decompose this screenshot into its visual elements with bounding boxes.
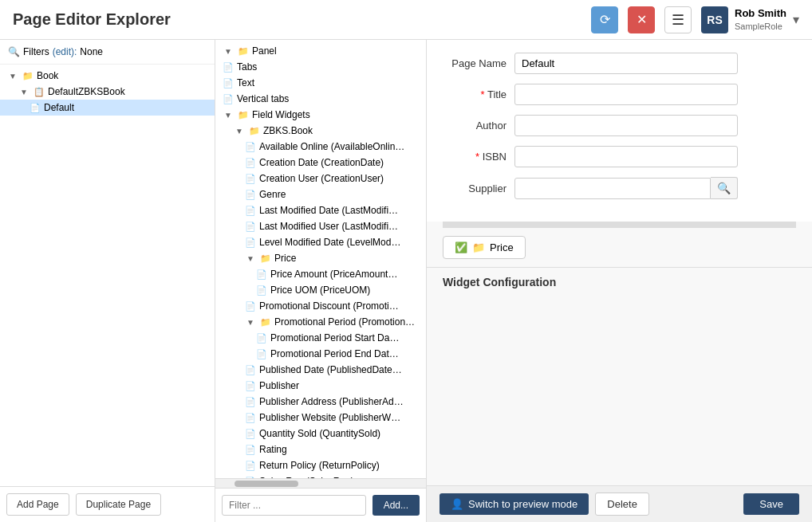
filters-value: None bbox=[80, 46, 103, 57]
check-icon: ✅ bbox=[455, 241, 467, 253]
tree-label: Publisher Website (PublisherW… bbox=[259, 412, 400, 423]
folder-icon: 📁 bbox=[22, 69, 34, 82]
price-tab-label: Price bbox=[490, 241, 514, 253]
tree-item[interactable]: ▼📁ZBKS.Book bbox=[215, 123, 426, 139]
tree-item[interactable]: 📄Price Amount (PriceAmount… bbox=[215, 266, 426, 282]
tree-item[interactable]: 📄Quantity Sold (QuantitySold) bbox=[215, 426, 426, 442]
tree-item[interactable]: 📄Available Online (AvailableOnlin… bbox=[215, 139, 426, 155]
supplier-row: Supplier 🔍 bbox=[443, 177, 796, 199]
tree-item-book[interactable]: ▼ 📁 Book bbox=[0, 68, 215, 84]
tree-item[interactable]: ▼📁Panel bbox=[215, 43, 426, 59]
tree-item[interactable]: 📄Price UOM (PriceUOM) bbox=[215, 282, 426, 298]
isbn-row: ISBN bbox=[443, 146, 796, 167]
menu-button[interactable]: ☰ bbox=[664, 6, 692, 33]
switch-preview-button[interactable]: 👤 Switch to preview mode bbox=[440, 493, 589, 515]
doc-icon: 📄 bbox=[244, 220, 257, 233]
filters-edit-link[interactable]: (edit): bbox=[53, 46, 77, 57]
filters-bar: 🔍 Filters (edit): None bbox=[0, 40, 215, 65]
left-tree: ▼ 📁 Book ▼ 📋 DefaultZBKSBook 📄 Default bbox=[0, 65, 215, 486]
tree-label: ZBKS.Book bbox=[263, 125, 313, 136]
left-panel: 🔍 Filters (edit): None ▼ 📁 Book ▼ 📋 Defa… bbox=[0, 40, 215, 522]
tree-item[interactable]: 📄Creation Date (CreationDate) bbox=[215, 155, 426, 171]
tree-label: Publisher Address (PublisherAd… bbox=[259, 396, 404, 407]
widget-config-section: Widget Configuration bbox=[427, 267, 812, 296]
doc-icon: 📄 bbox=[244, 300, 257, 312]
doc-icon: 📄 bbox=[222, 77, 235, 89]
expand-icon: ▼ bbox=[222, 45, 235, 57]
tree-item[interactable]: 📄Last Modified User (LastModifi… bbox=[215, 218, 426, 234]
tree-item[interactable]: 📄Publisher Website (PublisherW… bbox=[215, 410, 426, 426]
doc-icon: 📄 bbox=[255, 268, 268, 281]
page-name-input[interactable] bbox=[514, 53, 738, 74]
expand-icon: ▼ bbox=[18, 85, 30, 98]
tree-item[interactable]: 📄Promotional Period Start Da… bbox=[215, 330, 426, 346]
user-name: Rob Smith bbox=[735, 7, 786, 21]
tree-item[interactable]: 📄Return Policy (ReturnPolicy) bbox=[215, 457, 426, 473]
supplier-input[interactable] bbox=[514, 178, 711, 199]
doc-icon: 📄 bbox=[244, 459, 257, 472]
horizontal-scrollbar[interactable] bbox=[215, 478, 426, 488]
folder-tab-icon: 📁 bbox=[472, 241, 485, 253]
page-title: Page Editor Explorer bbox=[13, 10, 581, 29]
tree-item[interactable]: 📄Publisher bbox=[215, 378, 426, 394]
tree-item[interactable]: 📄Level Modified Date (LevelMod… bbox=[215, 234, 426, 250]
expand-icon: ▼ bbox=[244, 316, 257, 328]
middle-panel: ▼📁Panel📄Tabs📄Text📄Vertical tabs▼📁Field W… bbox=[215, 40, 427, 522]
right-panel-bottom: 👤 Switch to preview mode Delete Save bbox=[427, 485, 812, 522]
tree-item[interactable]: 📄Vertical tabs bbox=[215, 91, 426, 107]
doc-icon: 📄 bbox=[244, 395, 257, 408]
tree-label: Publisher bbox=[259, 380, 299, 391]
author-input[interactable] bbox=[514, 115, 738, 136]
isbn-input[interactable] bbox=[514, 146, 738, 167]
save-button[interactable]: Save bbox=[743, 493, 799, 515]
tree-item[interactable]: 📄Promotional Period End Dat… bbox=[215, 346, 426, 362]
filter-input[interactable] bbox=[222, 495, 366, 516]
tree-label: Published Date (PublishedDate… bbox=[259, 364, 402, 375]
user-details: Rob Smith SampleRole bbox=[735, 7, 786, 32]
tree-item[interactable]: 📄Rating bbox=[215, 442, 426, 457]
tree-item[interactable]: 📄Last Modified Date (LastModifi… bbox=[215, 202, 426, 218]
close-button[interactable]: ✕ bbox=[628, 6, 655, 33]
tree-item[interactable]: 📄Creation User (CreationUser) bbox=[215, 171, 426, 186]
doc-icon: 📄 bbox=[244, 204, 257, 217]
tree-item[interactable]: 📄Published Date (PublishedDate… bbox=[215, 362, 426, 378]
tree-label: Field Widgets bbox=[252, 109, 310, 120]
delete-button[interactable]: Delete bbox=[595, 493, 649, 516]
scroll-thumb bbox=[235, 481, 298, 487]
tree-item[interactable]: ▼📁Field Widgets bbox=[215, 107, 426, 123]
tree-label: DefaultZBKSBook bbox=[48, 86, 125, 97]
title-input[interactable] bbox=[514, 84, 738, 105]
tree-item[interactable]: ▼📁Price bbox=[215, 250, 426, 266]
refresh-button[interactable]: ⟳ bbox=[591, 6, 618, 33]
tree-item-default[interactable]: 📄 Default bbox=[0, 100, 215, 116]
isbn-label: ISBN bbox=[443, 151, 514, 163]
doc-icon: 📄 bbox=[244, 379, 257, 392]
user-menu-chevron[interactable]: ▾ bbox=[793, 12, 799, 27]
tree-item[interactable]: ▼📁Promotional Period (Promotion… bbox=[215, 314, 426, 330]
add-page-button[interactable]: Add Page bbox=[6, 493, 69, 516]
tree-item[interactable]: 📄Tabs bbox=[215, 59, 426, 75]
tree-label: Return Policy (ReturnPolicy) bbox=[259, 460, 380, 471]
tree-item[interactable]: 📄Promotional Discount (Promoti… bbox=[215, 298, 426, 314]
supplier-search-button[interactable]: 🔍 bbox=[711, 177, 738, 199]
price-tab[interactable]: ✅ 📁 Price bbox=[443, 236, 526, 259]
doc-icon: 📄 bbox=[244, 140, 257, 153]
doc-icon: 📄 bbox=[244, 236, 257, 249]
supplier-label: Supplier bbox=[443, 183, 514, 194]
duplicate-page-button[interactable]: Duplicate Page bbox=[76, 493, 161, 516]
tree-item-defaultzbksbook[interactable]: ▼ 📋 DefaultZBKSBook bbox=[0, 84, 215, 100]
tree-item[interactable]: 📄Genre bbox=[215, 186, 426, 202]
add-widget-button[interactable]: Add... bbox=[372, 495, 420, 516]
tree-label: Rating bbox=[259, 444, 287, 455]
folder-icon: 📁 bbox=[259, 316, 272, 328]
supplier-input-group: 🔍 bbox=[514, 177, 738, 199]
doc-icon: 📄 bbox=[222, 92, 235, 105]
tree-label: Price Amount (PriceAmount… bbox=[270, 269, 397, 280]
tree-item[interactable]: 📄Text bbox=[215, 75, 426, 91]
right-scrollbar[interactable] bbox=[443, 222, 796, 228]
page-name-label: Page Name bbox=[443, 57, 514, 69]
switch-preview-label: Switch to preview mode bbox=[468, 498, 577, 510]
tree-item[interactable]: 📄Publisher Address (PublisherAd… bbox=[215, 394, 426, 410]
tree-label: Tabs bbox=[237, 61, 257, 73]
expand-icon: ▼ bbox=[233, 124, 246, 137]
